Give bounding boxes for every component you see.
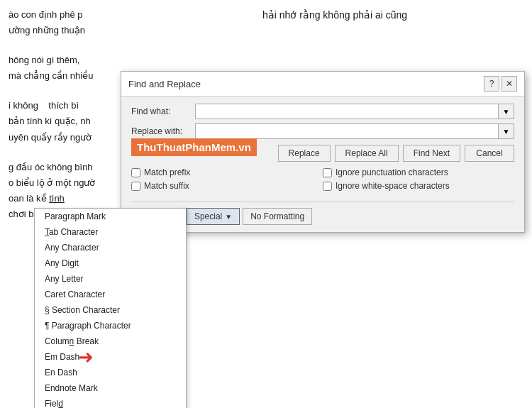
dropdown-item-field[interactable]: Field [35, 396, 186, 408]
find-next-button[interactable]: Find Next [403, 145, 460, 162]
match-prefix-checkbox[interactable] [131, 168, 140, 177]
dropdown-item-em-dash[interactable]: Em Dash [35, 349, 186, 365]
options-right: Ignore punctuation characters Ignore whi… [323, 167, 514, 194]
dropdown-item-endnote-mark[interactable]: Endnote Mark [35, 380, 186, 396]
bg-text-right: hải nhớ rằng không phải ai cũng [262, 7, 532, 24]
replace-all-button[interactable]: Replace All [335, 145, 399, 162]
replace-dropdown-btn[interactable]: ▼ [499, 123, 514, 139]
no-formatting-label: No Formatting [250, 211, 304, 221]
find-row: Find what: ▼ [131, 104, 514, 119]
ignore-whitespace-checkbox[interactable] [323, 182, 332, 191]
replace-input-wrap: ▼ [195, 123, 514, 139]
dropdown-item-section-character[interactable]: § Section Character [35, 302, 186, 318]
special-dropdown-menu: Paragraph Mark Tab Character Any Charact… [34, 208, 187, 408]
find-dropdown-btn[interactable]: ▼ [499, 104, 514, 119]
bottom-buttons: Format ▼ Special ▼ Paragraph Mark Tab Ch… [131, 202, 514, 225]
no-formatting-button[interactable]: No Formatting [243, 208, 312, 225]
ignore-punct-row: Ignore punctuation characters [323, 167, 514, 177]
dropdown-item-paragraph-mark[interactable]: Paragraph Mark [35, 209, 186, 224]
special-arrow-icon: ▼ [225, 213, 232, 221]
replace-button[interactable]: Replace [278, 145, 331, 162]
match-prefix-row: Match prefix [131, 167, 323, 177]
special-label: Special [194, 211, 222, 221]
ignore-whitespace-row: Ignore white-space characters [323, 181, 514, 191]
replace-label: Replace with: [131, 126, 195, 136]
dropdown-item-tab-character[interactable]: Tab Character [35, 224, 186, 240]
match-suffix-checkbox[interactable] [131, 182, 140, 191]
match-prefix-label: Match prefix [144, 167, 190, 177]
dropdown-item-column-break[interactable]: Column Break [35, 333, 186, 349]
find-input[interactable] [195, 104, 499, 119]
special-button[interactable]: Special ▼ [187, 208, 240, 225]
dialog-body: Find what: ▼ Replace with: ▼ Replace Rep… [121, 97, 524, 232]
dropdown-item-any-digit[interactable]: Any Digit [35, 255, 186, 271]
ignore-whitespace-label: Ignore white-space characters [336, 181, 450, 191]
brand-watermark: ThuThuatPhanMem.vn [131, 138, 257, 156]
match-suffix-row: Match suffix [131, 181, 323, 191]
red-arrow-icon: ➜ [78, 346, 94, 368]
dropdown-item-any-character[interactable]: Any Character [35, 240, 186, 255]
ignore-punct-label: Ignore punctuation characters [336, 167, 448, 177]
dropdown-item-en-dash[interactable]: En Dash [35, 365, 186, 380]
dialog-titlebar: Find and Replace ? ✕ [121, 72, 524, 97]
help-button[interactable]: ? [484, 76, 499, 92]
dropdown-item-caret-character[interactable]: Caret Character [35, 287, 186, 302]
cancel-button[interactable]: Cancel [465, 145, 514, 162]
special-btn-wrap: Special ▼ Paragraph Mark Tab Character A… [187, 208, 240, 225]
dropdown-item-any-letter[interactable]: Any Letter [35, 271, 186, 287]
find-label: Find what: [131, 106, 195, 116]
dropdown-item-paragraph-character[interactable]: ¶ Paragraph Character [35, 318, 186, 333]
options-area: Match prefix Match suffix Ignore punctua… [131, 167, 514, 194]
dialog-title: Find and Replace [128, 79, 482, 89]
ignore-punct-checkbox[interactable] [323, 168, 332, 177]
options-left: Match prefix Match suffix [131, 167, 323, 194]
close-button[interactable]: ✕ [501, 76, 517, 92]
replace-row: Replace with: ▼ [131, 123, 514, 139]
match-suffix-label: Match suffix [144, 181, 189, 191]
replace-input[interactable] [195, 123, 499, 139]
find-input-wrap: ▼ [195, 104, 514, 119]
